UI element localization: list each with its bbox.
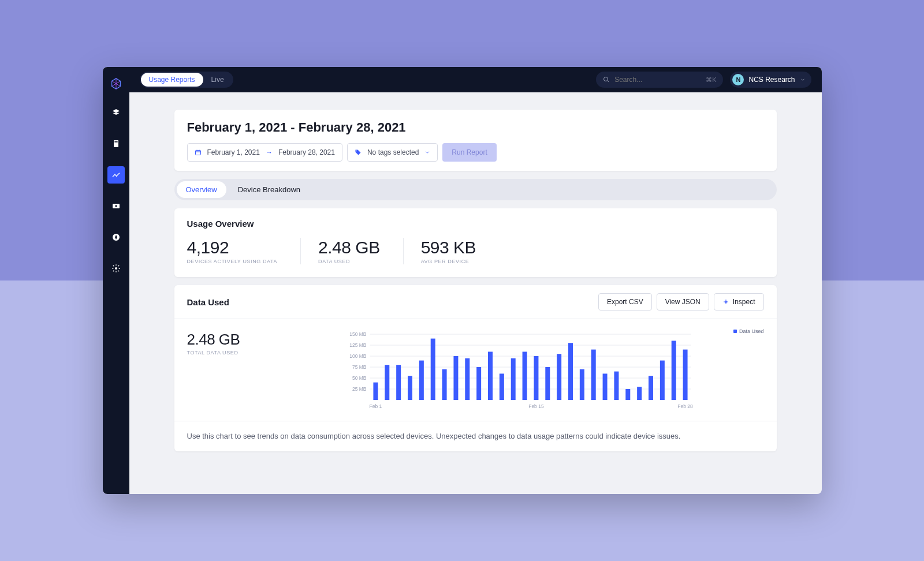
chart-caption: Use this chart to see trends on data con… <box>174 421 777 451</box>
sidebar-item-billing[interactable] <box>107 197 125 215</box>
view-tab-overview[interactable]: Overview <box>177 181 226 198</box>
topbar-tabs: Usage Reports Live <box>140 72 233 88</box>
sidebar-item-settings[interactable] <box>107 260 125 277</box>
run-report-button[interactable]: Run Report <box>442 143 496 162</box>
stat-label: AVG PER DEVICE <box>421 259 476 264</box>
svg-rect-55 <box>671 341 676 400</box>
view-json-button[interactable]: View JSON <box>657 293 709 311</box>
search-icon <box>603 76 610 83</box>
bar-chart: 25 MB50 MB75 MB100 MB125 MB150 MBFeb 1Fe… <box>278 331 764 412</box>
svg-rect-11 <box>195 151 200 155</box>
calendar-icon <box>195 149 202 156</box>
svg-rect-44 <box>545 367 550 400</box>
data-used-title: Data Used <box>187 297 229 307</box>
legend-label: Data Used <box>739 328 764 334</box>
svg-rect-1 <box>114 141 117 142</box>
stats-row: 4,192 DEVICES ACTIVELY USING DATA 2.48 G… <box>187 238 764 264</box>
stat-value: 2.48 GB <box>318 238 380 257</box>
tab-usage-reports[interactable]: Usage Reports <box>141 73 203 87</box>
main-column: Usage Reports Live ⌘K N NCS Research Feb… <box>129 67 822 494</box>
inspect-icon <box>722 298 729 305</box>
stat-value: 593 KB <box>421 238 476 257</box>
stat-devices: 4,192 DEVICES ACTIVELY USING DATA <box>187 238 301 264</box>
tab-live[interactable]: Live <box>203 73 232 87</box>
date-start: February 1, 2021 <box>207 148 260 156</box>
search-shortcut: ⌘K <box>706 76 716 84</box>
view-tab-device-breakdown[interactable]: Device Breakdown <box>229 181 310 198</box>
chart-legend: Data Used <box>733 328 764 334</box>
account-name: NCS Research <box>748 76 795 84</box>
svg-rect-41 <box>511 358 515 400</box>
svg-rect-56 <box>683 350 687 400</box>
svg-text:125 MB: 125 MB <box>349 342 367 348</box>
svg-rect-38 <box>476 367 481 400</box>
inspect-button[interactable]: Inspect <box>714 293 764 311</box>
svg-rect-43 <box>534 356 538 400</box>
svg-rect-42 <box>522 351 527 400</box>
total-data-label: TOTAL DATA USED <box>187 350 268 356</box>
sidebar-item-document[interactable] <box>107 135 125 152</box>
svg-rect-51 <box>625 389 630 400</box>
sidebar <box>103 67 129 494</box>
stat-label: DATA USED <box>318 259 380 264</box>
svg-point-4 <box>116 175 117 177</box>
svg-rect-50 <box>614 372 619 400</box>
svg-text:Feb 28: Feb 28 <box>677 403 693 409</box>
search-box[interactable]: ⌘K <box>596 72 723 88</box>
svg-rect-37 <box>465 358 470 400</box>
chevron-down-icon <box>800 77 806 83</box>
svg-text:50 MB: 50 MB <box>352 375 366 381</box>
sidebar-item-layers[interactable] <box>107 104 125 121</box>
svg-text:100 MB: 100 MB <box>349 353 367 359</box>
svg-point-15 <box>356 151 357 152</box>
content: February 1, 2021 - February 28, 2021 Feb… <box>129 92 822 494</box>
sidebar-item-analytics[interactable] <box>107 166 125 184</box>
legend-dot <box>733 330 737 333</box>
svg-rect-29 <box>373 383 378 400</box>
topbar: Usage Reports Live ⌘K N NCS Research <box>129 67 822 92</box>
stat-label: DEVICES ACTIVELY USING DATA <box>187 259 278 264</box>
svg-rect-54 <box>660 361 664 400</box>
svg-text:150 MB: 150 MB <box>349 331 367 337</box>
stat-data-used: 2.48 GB DATA USED <box>318 238 404 264</box>
svg-rect-46 <box>568 343 573 400</box>
svg-rect-30 <box>385 365 389 400</box>
svg-rect-31 <box>396 365 401 400</box>
data-used-header: Data Used Export CSV View JSON Inspect <box>174 285 777 319</box>
tag-icon <box>355 149 362 156</box>
svg-rect-47 <box>579 369 584 400</box>
chart-total: 2.48 GB TOTAL DATA USED <box>187 331 268 414</box>
account-menu[interactable]: N NCS Research <box>730 72 811 88</box>
svg-rect-48 <box>591 350 595 400</box>
search-input[interactable] <box>614 76 701 84</box>
export-button-group: Export CSV View JSON Inspect <box>598 293 764 311</box>
date-range-card: February 1, 2021 - February 28, 2021 Feb… <box>174 110 777 171</box>
svg-rect-2 <box>114 143 117 143</box>
svg-point-3 <box>114 174 116 175</box>
svg-rect-35 <box>442 369 446 400</box>
svg-rect-36 <box>453 356 458 400</box>
svg-text:75 MB: 75 MB <box>352 364 366 370</box>
inspect-label: Inspect <box>733 298 755 306</box>
svg-point-9 <box>604 77 608 81</box>
usage-overview-card: Usage Overview 4,192 DEVICES ACTIVELY US… <box>174 208 777 277</box>
export-csv-button[interactable]: Export CSV <box>598 293 652 311</box>
tags-selector[interactable]: No tags selected <box>347 143 438 162</box>
svg-rect-32 <box>408 376 412 400</box>
svg-rect-52 <box>637 387 642 400</box>
svg-rect-53 <box>649 376 653 400</box>
date-end: February 28, 2021 <box>278 148 335 156</box>
date-range-picker[interactable]: February 1, 2021 → February 28, 2021 <box>187 143 342 162</box>
sidebar-item-navigator[interactable] <box>107 229 125 246</box>
stat-value: 4,192 <box>187 238 278 257</box>
svg-rect-39 <box>488 351 493 400</box>
avatar: N <box>732 74 744 85</box>
svg-point-6 <box>115 205 117 207</box>
svg-text:25 MB: 25 MB <box>352 386 366 392</box>
data-used-card: Data Used Export CSV View JSON Inspect 2… <box>174 285 777 451</box>
svg-rect-34 <box>430 339 435 400</box>
arrow-right-icon: → <box>266 148 273 156</box>
svg-rect-40 <box>499 373 504 400</box>
svg-rect-33 <box>419 361 423 400</box>
view-tabs: Overview Device Breakdown <box>174 179 777 200</box>
